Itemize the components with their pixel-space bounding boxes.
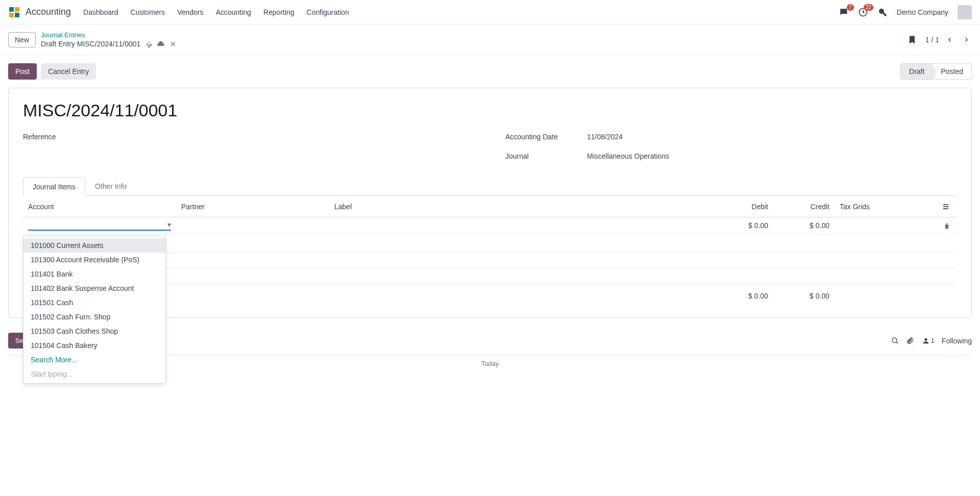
chevron-down-icon[interactable]: ▾ (167, 220, 171, 229)
wrench-icon (877, 7, 888, 17)
app-logo-icon (8, 6, 20, 18)
th-settings[interactable] (937, 196, 957, 217)
journal-items-table: Account Partner Label Debit Credit Tax G… (23, 196, 957, 305)
label-cell[interactable] (329, 217, 712, 234)
nav-reporting[interactable]: Reporting (263, 8, 295, 16)
pager: 1 / 1 (925, 34, 972, 45)
pager-prev[interactable] (944, 34, 955, 45)
table-row[interactable]: ▾ 101000 Current Assets 101300 Account R… (23, 217, 957, 234)
svg-rect-0 (9, 7, 14, 12)
form-sheet: MISC/2024/11/0001 Reference Accounting D… (8, 88, 972, 318)
journal-label: Journal (505, 152, 577, 160)
th-tax[interactable]: Tax Grids (835, 196, 937, 217)
reference-label: Reference (23, 133, 94, 141)
dropdown-item[interactable]: 101501 Cash (23, 295, 165, 310)
svg-rect-2 (9, 13, 14, 17)
th-debit[interactable]: Debit (712, 196, 773, 217)
th-label[interactable]: Label (329, 196, 712, 217)
accounting-date-label: Accounting Date (505, 133, 577, 141)
nav-configuration[interactable]: Configuration (307, 8, 349, 16)
dropdown-item[interactable]: 101503 Cash Clothes Shop (23, 324, 165, 338)
tax-cell[interactable] (835, 217, 937, 234)
delete-row-button[interactable] (943, 221, 950, 230)
breadcrumb-current: Draft Entry MISC/2024/11/0001 (41, 40, 140, 48)
breadcrumb: Journal Entries Draft Entry MISC/2024/11… (41, 31, 177, 48)
status-indicator: Draft Posted (900, 63, 972, 80)
dropdown-item[interactable]: 101300 Account Receivable (PoS) (23, 253, 165, 267)
nav-dashboard[interactable]: Dashboard (83, 8, 118, 16)
chat-button[interactable]: 7 (839, 7, 849, 17)
partner-cell[interactable] (176, 217, 329, 234)
avatar[interactable] (958, 5, 972, 19)
th-credit[interactable]: Credit (773, 196, 835, 217)
svg-rect-3 (15, 13, 19, 17)
status-bar: Post Cancel Entry Draft Posted (0, 55, 980, 88)
accounting-date-value[interactable]: 11/08/2024 (587, 133, 623, 141)
breadcrumb-link[interactable]: Journal Entries (41, 31, 177, 39)
followers-button[interactable]: 1 (922, 337, 935, 345)
nav-customers[interactable]: Customers (131, 8, 165, 16)
gear-icon[interactable] (144, 40, 153, 48)
page-title: MISC/2024/11/0001 (23, 101, 957, 120)
svg-point-9 (924, 338, 927, 340)
new-button[interactable]: New (8, 32, 36, 47)
th-account[interactable]: Account (23, 196, 176, 217)
activity-button[interactable]: 22 (858, 7, 868, 17)
status-draft[interactable]: Draft (901, 64, 933, 79)
tab-journal-items[interactable]: Journal Items (23, 177, 85, 196)
follower-count: 1 (931, 337, 935, 344)
cloud-icon[interactable] (157, 40, 165, 48)
account-input[interactable] (28, 220, 165, 229)
bookmark-icon[interactable] (907, 35, 917, 45)
debit-cell[interactable]: $ 0.00 (712, 217, 773, 234)
debug-button[interactable] (877, 7, 888, 17)
total-credit: $ 0.00 (773, 284, 835, 306)
dropdown-item[interactable]: 101504 Cash Bakery (23, 338, 165, 353)
dropdown-hint: Start typing... (23, 367, 165, 381)
app-name[interactable]: Accounting (26, 7, 71, 17)
post-button[interactable]: Post (8, 63, 37, 80)
sliders-icon (942, 203, 950, 211)
dropdown-search-more[interactable]: Search More... (23, 353, 165, 367)
user-icon (922, 337, 930, 345)
total-debit: $ 0.00 (712, 284, 773, 306)
dropdown-item[interactable]: 101402 Bank Suspense Account (23, 281, 165, 295)
trash-icon (943, 222, 950, 230)
chevron-right-icon (963, 37, 969, 43)
dropdown-item[interactable]: 101000 Current Assets (23, 238, 165, 253)
close-icon[interactable] (169, 40, 177, 48)
attachment-icon[interactable] (906, 337, 915, 345)
account-dropdown: 101000 Current Assets 101300 Account Rec… (23, 236, 166, 384)
search-icon[interactable] (891, 337, 899, 345)
svg-point-7 (944, 208, 946, 210)
cancel-entry-button[interactable]: Cancel Entry (41, 63, 96, 80)
tab-other-info[interactable]: Other Info (85, 177, 136, 195)
svg-point-8 (892, 338, 897, 342)
nav-links: Dashboard Customers Vendors Accounting R… (83, 8, 349, 16)
nav-vendors[interactable]: Vendors (177, 8, 203, 16)
company-selector[interactable]: Demo Company (897, 8, 948, 16)
svg-point-5 (944, 204, 945, 206)
top-nav: Accounting Dashboard Customers Vendors A… (0, 0, 980, 24)
following-button[interactable]: Following (942, 337, 972, 345)
journal-value[interactable]: Miscellaneous Operations (587, 152, 669, 160)
svg-point-6 (946, 206, 948, 208)
control-bar: New Journal Entries Draft Entry MISC/202… (0, 24, 980, 55)
th-partner[interactable]: Partner (176, 196, 329, 217)
chevron-left-icon (947, 37, 953, 43)
tabs: Journal Items Other Info (23, 177, 957, 196)
status-posted[interactable]: Posted (933, 64, 971, 79)
credit-cell[interactable]: $ 0.00 (773, 217, 835, 234)
dropdown-item[interactable]: 101401 Bank (23, 267, 165, 281)
svg-rect-1 (15, 7, 19, 12)
pager-text: 1 / 1 (925, 36, 939, 44)
activity-badge: 22 (864, 4, 873, 11)
dropdown-item[interactable]: 101502 Cash Furn. Shop (23, 310, 165, 324)
chat-badge: 7 (847, 4, 854, 11)
pager-next[interactable] (961, 34, 972, 45)
nav-accounting[interactable]: Accounting (216, 8, 251, 16)
